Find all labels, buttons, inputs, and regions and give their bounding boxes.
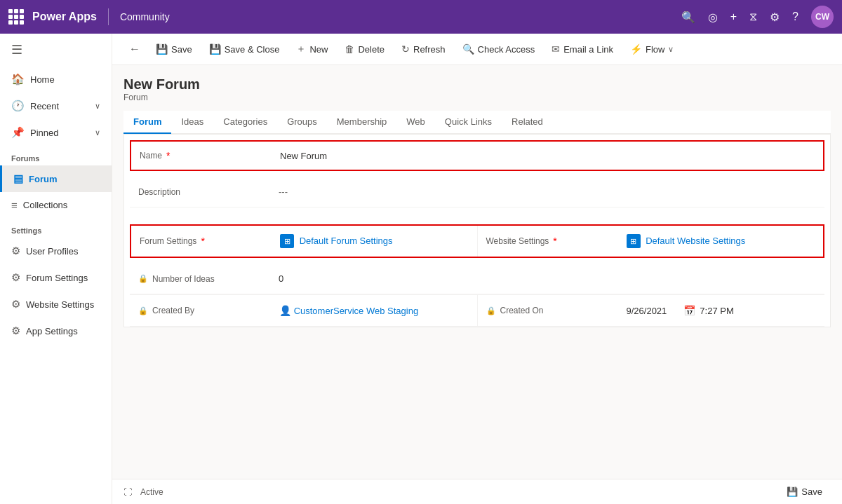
sidebar-item-collections[interactable]: ≡ Collections bbox=[0, 192, 112, 218]
gear-icon[interactable]: ⚙ bbox=[770, 11, 780, 24]
pinned-icon: 📌 bbox=[11, 126, 25, 139]
description-label: Description bbox=[130, 180, 270, 204]
hamburger-icon[interactable]: ☰ bbox=[0, 34, 112, 66]
page-header: New Forum Forum bbox=[123, 76, 831, 102]
website-settings-label: Website Settings * bbox=[478, 229, 618, 254]
new-button[interactable]: ＋ New bbox=[289, 39, 335, 59]
filter-icon[interactable]: ⧖ bbox=[749, 11, 757, 23]
status-label: Active bbox=[140, 487, 163, 497]
lock-icon: 🔒 bbox=[138, 306, 148, 315]
tab-bar: Forum Ideas Categories Groups Membership… bbox=[123, 111, 831, 134]
tab-related[interactable]: Related bbox=[502, 111, 553, 134]
website-settings-required: * bbox=[553, 236, 556, 247]
refresh-button[interactable]: ↻ Refresh bbox=[394, 40, 453, 58]
forum-settings-required: * bbox=[201, 236, 204, 247]
forum-settings-entity-icon: ⊞ bbox=[280, 234, 294, 248]
plus-icon[interactable]: + bbox=[730, 11, 737, 23]
sidebar-item-forum[interactable]: ▤ Forum bbox=[0, 165, 112, 192]
created-by-value[interactable]: 👤 CustomerService Web Staging bbox=[270, 297, 477, 324]
calendar-icon[interactable]: 📅 bbox=[683, 305, 695, 316]
tab-membership[interactable]: Membership bbox=[327, 111, 397, 134]
website-settings-icon: ⚙ bbox=[11, 298, 20, 311]
num-ideas-label: 🔒 Number of Ideas bbox=[130, 267, 270, 291]
topbar: Power Apps Community 🔍 ◎ + ⧖ ⚙ ? CW bbox=[0, 0, 842, 34]
forum-settings-label: Forum Settings * bbox=[131, 229, 272, 254]
recent-icon: 🕐 bbox=[11, 100, 25, 112]
sidebar-item-label: Collections bbox=[23, 200, 68, 210]
status-save-button[interactable]: 💾 Save bbox=[778, 484, 831, 500]
forum-icon: ▤ bbox=[13, 172, 23, 185]
forum-settings-icon: ⚙ bbox=[11, 271, 20, 284]
num-ideas-value: 0 bbox=[270, 266, 824, 291]
sidebar-item-label: Forum Settings bbox=[26, 273, 88, 283]
home-icon: 🏠 bbox=[11, 73, 25, 86]
check-access-button[interactable]: 🔍 Check Access bbox=[455, 40, 542, 58]
collections-icon: ≡ bbox=[11, 199, 18, 211]
settings-row: Forum Settings * ⊞ Default Forum Setting… bbox=[130, 224, 824, 258]
avatar[interactable]: CW bbox=[811, 6, 834, 28]
forums-section-label: Forums bbox=[0, 146, 112, 165]
flow-icon: ⚡ bbox=[630, 43, 642, 55]
created-by-link[interactable]: CustomerService Web Staging bbox=[294, 306, 419, 316]
sidebar-item-label: App Settings bbox=[26, 326, 78, 336]
sidebar-item-forum-settings[interactable]: ⚙ Forum Settings bbox=[0, 264, 112, 291]
flow-button[interactable]: ⚡ Flow ∨ bbox=[623, 40, 681, 58]
sidebar-item-home[interactable]: 🏠 Home bbox=[0, 66, 112, 93]
tab-quick-links[interactable]: Quick Links bbox=[435, 111, 502, 134]
tab-groups[interactable]: Groups bbox=[277, 111, 327, 134]
save-close-button[interactable]: 💾 Save & Close bbox=[202, 40, 287, 58]
flow-chevron-icon: ∨ bbox=[668, 45, 674, 54]
app-settings-icon: ⚙ bbox=[11, 325, 20, 337]
back-button[interactable]: ← bbox=[123, 40, 146, 58]
tab-categories[interactable]: Categories bbox=[213, 111, 277, 134]
sidebar-item-pinned[interactable]: 📌 Pinned ∨ bbox=[0, 119, 112, 146]
expand-icon[interactable]: ⛶ bbox=[123, 487, 132, 497]
name-field-row: Name * New Forum bbox=[130, 140, 824, 171]
name-value[interactable]: New Forum bbox=[272, 144, 823, 168]
tab-ideas[interactable]: Ideas bbox=[171, 111, 213, 134]
sidebar-item-label: Forum bbox=[29, 174, 57, 184]
check-access-icon: 🔍 bbox=[462, 43, 474, 55]
description-value[interactable]: --- bbox=[270, 179, 824, 204]
lock-icon: 🔒 bbox=[138, 274, 148, 283]
grid-icon[interactable] bbox=[8, 9, 24, 25]
sidebar-item-user-profiles[interactable]: ⚙ User Profiles bbox=[0, 238, 112, 264]
created-on-label: 🔒 Created On bbox=[478, 299, 618, 322]
command-bar: ← 💾 Save 💾 Save & Close ＋ New 🗑 Delete ↻… bbox=[112, 34, 842, 65]
num-ideas-row: 🔒 Number of Ideas 0 bbox=[130, 264, 824, 294]
user-profiles-icon: ⚙ bbox=[11, 245, 20, 257]
search-icon[interactable]: 🔍 bbox=[681, 11, 695, 24]
forum-settings-link[interactable]: Default Forum Settings bbox=[300, 236, 393, 246]
person-icon: 👤 bbox=[279, 304, 291, 317]
refresh-icon: ↻ bbox=[401, 43, 410, 55]
created-by-label: 🔒 Created By bbox=[130, 299, 270, 322]
sidebar-item-app-settings[interactable]: ⚙ App Settings bbox=[0, 318, 112, 344]
email-link-button[interactable]: ✉ Email a Link bbox=[544, 40, 620, 58]
save-icon: 💾 bbox=[156, 43, 168, 55]
delete-button[interactable]: 🗑 Delete bbox=[338, 40, 392, 58]
status-bar: ⛶ Active 💾 Save bbox=[112, 479, 842, 504]
website-settings-value[interactable]: ⊞ Default Website Settings bbox=[618, 227, 824, 255]
settings-section-label: Settings bbox=[0, 218, 112, 238]
form-card: Name * New Forum Description --- bbox=[123, 134, 831, 327]
status-save-icon: 💾 bbox=[787, 486, 798, 497]
sidebar-item-label: Home bbox=[30, 74, 55, 85]
help-icon[interactable]: ? bbox=[792, 11, 798, 23]
forum-settings-value[interactable]: ⊞ Default Forum Settings bbox=[272, 227, 477, 255]
circle-icon[interactable]: ◎ bbox=[708, 11, 718, 24]
email-icon: ✉ bbox=[552, 43, 560, 55]
new-icon: ＋ bbox=[296, 43, 306, 55]
tab-forum[interactable]: Forum bbox=[123, 111, 171, 134]
created-on-col: 🔒 Created On 9/26/2021 📅 7:27 PM bbox=[477, 295, 825, 326]
sidebar-item-label: Pinned bbox=[30, 128, 58, 138]
topbar-divider bbox=[108, 8, 109, 25]
app-body: ☰ 🏠 Home 🕐 Recent ∨ 📌 Pinned ∨ Forums ▤ … bbox=[0, 34, 842, 504]
website-settings-link[interactable]: Default Website Settings bbox=[646, 236, 745, 246]
save-close-icon: 💾 bbox=[209, 43, 221, 55]
sidebar-item-website-settings[interactable]: ⚙ Website Settings bbox=[0, 291, 112, 318]
save-button[interactable]: 💾 Save bbox=[149, 40, 199, 58]
sidebar-item-label: User Profiles bbox=[26, 246, 78, 257]
tab-web[interactable]: Web bbox=[396, 111, 435, 134]
lock-icon: 🔒 bbox=[486, 306, 496, 315]
sidebar-item-recent[interactable]: 🕐 Recent ∨ bbox=[0, 93, 112, 119]
